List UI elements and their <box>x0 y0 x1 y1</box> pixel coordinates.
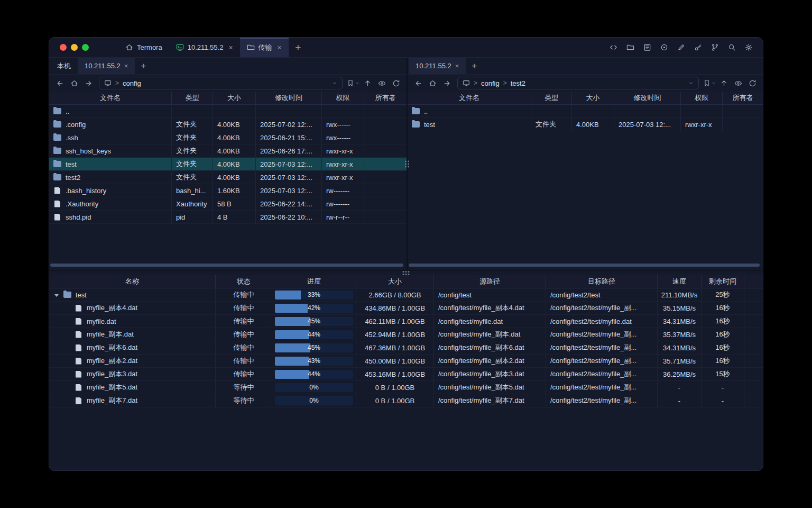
file-size-cell <box>572 105 614 117</box>
tree-expand-icon[interactable] <box>54 294 59 297</box>
show-hidden-button[interactable] <box>731 77 745 89</box>
show-hidden-button[interactable] <box>375 77 389 89</box>
file-row[interactable]: .ssh 文件夹 4.00KB 2025-06-21 15:... rwx---… <box>49 131 407 144</box>
transfer-eta: 16秒 <box>702 355 744 367</box>
log-icon[interactable] <box>641 41 654 54</box>
file-owner-cell <box>723 118 763 131</box>
file-column-header[interactable]: 修改时间 <box>256 92 322 104</box>
transfer-row[interactable]: myfile_副本.dat 传输中 44% 452.94MB / 1.00GB … <box>49 328 763 341</box>
parent-dir-button[interactable] <box>361 77 374 89</box>
file-column-header[interactable]: 大小 <box>213 92 256 104</box>
code-icon[interactable] <box>607 41 620 54</box>
titlebar-tab[interactable]: Termora <box>118 38 169 57</box>
panel-tab[interactable]: 10.211.55.2 × <box>409 58 466 74</box>
file-row[interactable]: .bash_history bash_hi... 1.60KB 2025-07-… <box>49 184 407 197</box>
file-column-header[interactable]: 所有者 <box>723 92 763 104</box>
transfer-column-header[interactable]: 剩余时间 <box>702 275 744 288</box>
folder-icon[interactable] <box>624 41 637 54</box>
new-tab-button[interactable]: + <box>289 38 308 57</box>
back-button[interactable] <box>411 77 425 89</box>
breadcrumb-dropdown-icon[interactable] <box>688 80 694 86</box>
panel-tab[interactable]: 本机 <box>50 58 78 74</box>
transfer-row[interactable]: myfile_副本4.dat 传输中 42% 434.86MB / 1.00GB… <box>49 302 763 315</box>
edit-icon[interactable] <box>675 41 688 54</box>
titlebar-tab[interactable]: 传输 × <box>240 38 289 57</box>
breadcrumb-segment[interactable]: test2 <box>511 79 525 87</box>
file-row[interactable]: ssh_host_keys 文件夹 4.00KB 2025-06-26 17:.… <box>49 144 407 158</box>
horizontal-scrollbar[interactable] <box>50 264 403 267</box>
panel-tab-close-icon[interactable]: × <box>455 62 459 69</box>
path-breadcrumb[interactable]: >config <box>99 77 343 89</box>
panel-new-tab-button[interactable]: + <box>135 58 152 74</box>
transfer-row[interactable]: myfile_副本7.dat 等待中 0% 0 B / 1.00GB /conf… <box>49 394 763 407</box>
transfer-speed: 34.31MB/s <box>658 341 702 354</box>
file-type-cell: 文件夹 <box>172 131 213 144</box>
key-icon[interactable] <box>691 41 705 54</box>
search-icon[interactable] <box>725 41 739 54</box>
file-row[interactable]: .. <box>408 105 763 118</box>
home-button[interactable] <box>426 77 439 89</box>
transfer-column-header[interactable]: 速度 <box>658 275 702 288</box>
forward-button[interactable] <box>81 77 95 89</box>
transfer-column-header[interactable]: 状态 <box>216 275 272 288</box>
transfer-row[interactable]: myfile.dat 传输中 45% 462.11MB / 1.00GB /co… <box>49 315 763 328</box>
settings-icon[interactable] <box>742 41 755 54</box>
tab-close-icon[interactable]: × <box>228 44 233 51</box>
minimize-window-button[interactable] <box>71 44 78 51</box>
file-row[interactable]: sshd.pid pid 4 B 2025-06-22 10:... rw-r-… <box>49 211 407 224</box>
transfer-row[interactable]: myfile_副本5.dat 等待中 0% 0 B / 1.00GB /conf… <box>49 381 763 394</box>
panel-new-tab-button[interactable]: + <box>466 58 483 74</box>
file-mtime-cell: 2025-07-03 12:... <box>256 158 322 170</box>
record-icon[interactable] <box>658 41 671 54</box>
file-name: .. <box>424 107 428 115</box>
close-window-button[interactable] <box>60 44 67 51</box>
home-button[interactable] <box>67 77 81 89</box>
refresh-button[interactable] <box>389 77 403 89</box>
transfer-speed: 35.15MB/s <box>658 302 702 314</box>
forward-button[interactable] <box>440 77 454 89</box>
file-column-header[interactable]: 类型 <box>531 92 572 104</box>
file-row[interactable]: test 文件夹 4.00KB 2025-07-03 12:... rwxr-x… <box>49 158 407 171</box>
file-column-header[interactable]: 大小 <box>572 92 614 104</box>
file-row[interactable]: test 文件夹 4.00KB 2025-07-03 12:... rwxr-x… <box>408 118 763 131</box>
file-row[interactable]: .Xauthority Xauthority 58 B 2025-06-22 1… <box>49 197 407 211</box>
zoom-window-button[interactable] <box>82 44 89 51</box>
breadcrumb-segment[interactable]: config <box>123 79 141 87</box>
file-column-header[interactable]: 类型 <box>172 92 213 104</box>
file-column-header[interactable]: 文件名 <box>49 92 172 104</box>
bookmarks-button[interactable] <box>346 77 360 89</box>
horizontal-scrollbar[interactable] <box>409 264 760 267</box>
breadcrumb-segment[interactable]: config <box>481 79 500 87</box>
file-column-header[interactable]: 修改时间 <box>614 92 681 104</box>
branch-icon[interactable] <box>708 41 722 54</box>
file-row[interactable]: test2 文件夹 4.00KB 2025-07-03 12:... rwxr-… <box>49 171 407 184</box>
transfer-column-header[interactable]: 目标路径 <box>546 275 658 288</box>
file-column-header[interactable]: 权限 <box>322 92 364 104</box>
transfer-name-cell: myfile_副本3.dat <box>49 368 216 380</box>
file-column-header[interactable]: 权限 <box>681 92 723 104</box>
back-button[interactable] <box>53 77 67 89</box>
transfer-column-header[interactable]: 进度 <box>272 275 356 288</box>
breadcrumb-dropdown-icon[interactable] <box>332 80 337 86</box>
panel-tab-close-icon[interactable]: × <box>124 62 128 69</box>
panel-splitter[interactable] <box>407 58 408 270</box>
bookmarks-button[interactable] <box>703 77 716 89</box>
transfer-column-header[interactable]: 名称 <box>49 275 216 288</box>
transfer-row[interactable]: myfile_副本6.dat 传输中 45% 467.36MB / 1.00GB… <box>49 341 763 355</box>
parent-dir-button[interactable] <box>717 77 731 89</box>
file-row[interactable]: .. <box>49 105 407 118</box>
transfer-row[interactable]: myfile_副本2.dat 传输中 43% 450.00MB / 1.00GB… <box>49 355 763 368</box>
titlebar-tab[interactable]: 10.211.55.2 × <box>169 38 240 57</box>
panel-tab[interactable]: 10.211.55.2 × <box>78 58 135 74</box>
file-column-header[interactable]: 文件名 <box>408 92 531 104</box>
refresh-button[interactable] <box>745 77 759 89</box>
transfer-column-header[interactable]: 源路径 <box>434 275 546 288</box>
transfer-row[interactable]: myfile_副本3.dat 传输中 44% 453.16MB / 1.00GB… <box>49 368 763 381</box>
transfer-splitter[interactable] <box>49 270 763 275</box>
path-breadcrumb[interactable]: >config>test2 <box>457 77 699 89</box>
file-column-header[interactable]: 所有者 <box>364 92 407 104</box>
transfer-row[interactable]: test 传输中 33% 2.66GB / 8.00GB /config/tes… <box>49 288 763 302</box>
transfer-column-header[interactable]: 大小 <box>356 275 434 288</box>
tab-close-icon[interactable]: × <box>278 44 282 51</box>
file-row[interactable]: .config 文件夹 4.00KB 2025-07-02 12:... rwx… <box>49 118 407 131</box>
